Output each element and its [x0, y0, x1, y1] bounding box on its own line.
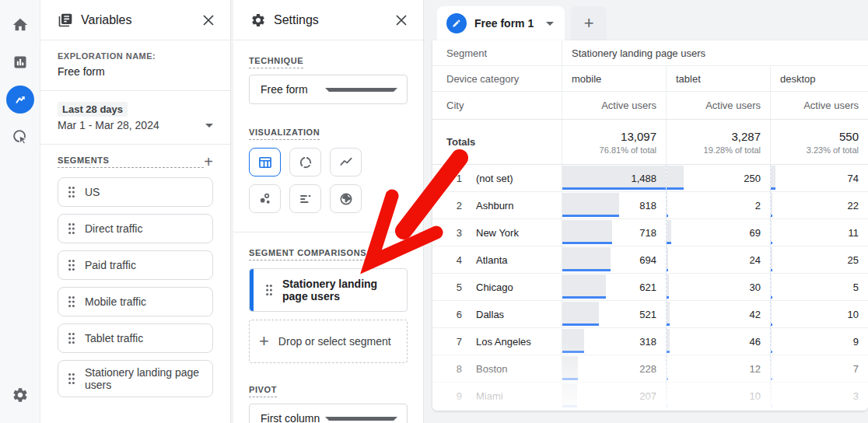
date-range-value: Mar 1 - Mar 28, 2024 [58, 119, 205, 131]
segment-chip[interactable]: Direct traffic [58, 214, 213, 243]
value-cell[interactable]: 69 [666, 219, 770, 246]
value-cell[interactable]: 694 [562, 246, 666, 273]
row-rank: 1 [432, 173, 467, 184]
exploration-name-block[interactable]: EXPLORATION NAME: Free form [40, 40, 230, 91]
value-cell[interactable]: 30 [666, 274, 770, 300]
city-row-label[interactable]: City [432, 100, 562, 111]
add-tab-button[interactable]: + [571, 6, 607, 40]
value-cell[interactable]: 250 [666, 165, 770, 191]
value-cell[interactable]: 12 [666, 355, 770, 382]
table-row[interactable]: 8Boston228127 [432, 355, 868, 383]
value-bar [771, 220, 772, 242]
value-number: 42 [750, 309, 761, 320]
add-segment-button[interactable]: + [204, 154, 213, 170]
value-cell[interactable]: 7 [770, 355, 868, 382]
value-cell[interactable]: 521 [562, 301, 666, 327]
row-rank: 6 [432, 309, 467, 320]
table-row[interactable]: 3New York7186911 [432, 219, 868, 246]
value-number: 694 [639, 254, 656, 266]
value-number: 22 [848, 200, 859, 212]
plus-icon: + [259, 334, 269, 349]
value-cell[interactable]: 24 [666, 246, 770, 273]
value-bar [771, 247, 772, 269]
value-bar [667, 274, 669, 296]
value-cell[interactable]: 228 [562, 355, 666, 382]
segment-value[interactable]: Stationery landing page users [562, 40, 868, 65]
drop-segment-target[interactable]: + Drop or select segment [249, 320, 408, 363]
table-row[interactable]: 4Atlanta6942425 [432, 246, 868, 274]
nav-admin[interactable] [0, 376, 40, 414]
segment-chip[interactable]: Mobile traffic [58, 287, 213, 316]
segment-chip[interactable]: US [58, 177, 213, 207]
nav-reports[interactable] [0, 44, 40, 81]
settings-title: Settings [274, 13, 392, 27]
value-cell[interactable]: 318 [562, 328, 666, 355]
pencil-icon [446, 13, 467, 33]
value-cell[interactable]: 10 [770, 301, 868, 327]
active-users-header[interactable]: Active users [562, 92, 666, 119]
row-rank: 5 [432, 281, 467, 293]
tab-free-form-1[interactable]: Free form 1 [437, 6, 565, 40]
city-cell: Boston [467, 363, 562, 375]
value-cell[interactable]: 11 [770, 219, 868, 246]
value-number: 24 [750, 254, 761, 266]
nav-explore[interactable] [0, 81, 40, 118]
value-cell[interactable]: 42 [666, 301, 770, 327]
device-column-header[interactable]: mobile [562, 66, 666, 91]
nav-home[interactable] [0, 6, 40, 44]
segment-chip[interactable]: Paid traffic [58, 250, 213, 280]
value-cell[interactable]: 818 [562, 192, 666, 218]
nav-advertising[interactable] [0, 118, 40, 156]
city-cell: Miami [467, 390, 562, 402]
value-bar [771, 302, 772, 323]
table-row[interactable]: 7Los Angeles318469 [432, 328, 868, 355]
value-cell[interactable]: 46 [666, 328, 770, 355]
value-bar-underline [667, 405, 668, 407]
value-cell[interactable]: 621 [562, 274, 666, 300]
drag-handle-icon [68, 259, 75, 271]
segment-chip[interactable]: Stationery landing page users [58, 360, 213, 397]
value-bar [771, 166, 775, 187]
value-cell[interactable]: 718 [562, 219, 666, 246]
device-column-header[interactable]: desktop [770, 66, 868, 91]
viz-donut-chart-button[interactable] [289, 148, 321, 177]
value-cell[interactable]: 74 [770, 165, 868, 191]
value-cell[interactable]: 22 [770, 192, 868, 218]
value-bar [667, 356, 667, 378]
divider [233, 232, 423, 232]
value-cell[interactable]: 1,488 [562, 165, 666, 191]
viz-bar-chart-button[interactable] [289, 184, 321, 213]
segment-row-label[interactable]: Segment [432, 47, 562, 59]
technique-dropdown[interactable]: Free form [249, 75, 408, 104]
viz-geo-map-button[interactable] [330, 184, 362, 213]
viz-line-chart-button[interactable] [330, 148, 362, 177]
table-row[interactable]: 1(not set)1,48825074 [432, 165, 868, 192]
table-row[interactable]: 5Chicago621305 [432, 274, 868, 301]
device-column-header[interactable]: tablet [666, 66, 770, 91]
active-users-header[interactable]: Active users [666, 92, 770, 119]
table-row[interactable]: 2Ashburn818222 [432, 192, 868, 219]
row-rank: 4 [432, 254, 467, 266]
pivot-dropdown[interactable]: First column [249, 404, 408, 423]
applied-segment-chip[interactable]: Stationery landing page users [249, 268, 408, 312]
active-users-header[interactable]: Active users [770, 92, 868, 119]
value-cell[interactable]: 25 [770, 246, 868, 273]
settings-close-button[interactable] [392, 11, 411, 30]
value-cell[interactable]: 10 [666, 383, 770, 409]
viz-table-button[interactable] [249, 148, 281, 177]
variables-close-button[interactable] [199, 11, 218, 30]
value-cell[interactable]: 9 [770, 328, 868, 355]
value-bar [562, 302, 599, 323]
value-cell[interactable]: 2 [666, 192, 770, 218]
device-row-label[interactable]: Device category [432, 73, 562, 85]
date-range-picker[interactable]: Last 28 days Mar 1 - Mar 28, 2024 [40, 91, 230, 145]
value-cell[interactable]: 3 [770, 383, 868, 409]
value-bar-underline [562, 323, 599, 326]
value-cell[interactable]: 207 [562, 383, 666, 409]
value-cell[interactable]: 5 [770, 274, 868, 300]
table-row[interactable]: 6Dallas5214210 [432, 301, 868, 328]
viz-scatter-plot-button[interactable] [249, 184, 281, 213]
segment-chip[interactable]: Tablet traffic [58, 323, 213, 353]
table-row[interactable]: 9Miami207103 [432, 383, 868, 410]
value-bar-underline [771, 323, 772, 326]
